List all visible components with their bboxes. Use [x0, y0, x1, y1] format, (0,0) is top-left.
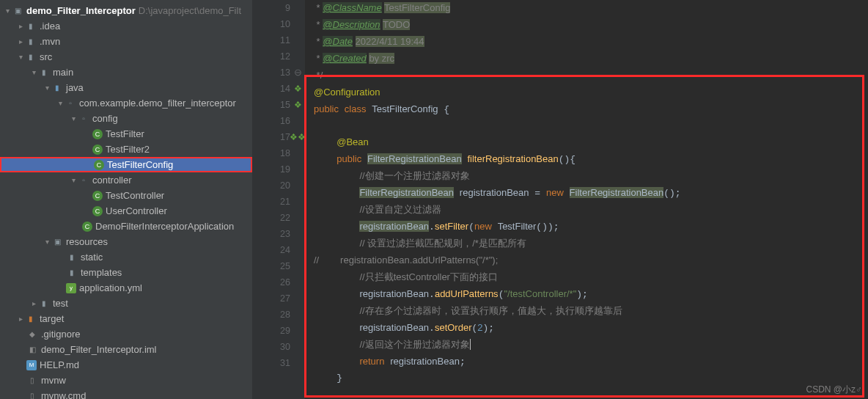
chevron-right-icon: ▸ — [29, 299, 38, 307]
line-number: 10 — [252, 16, 290, 32]
project-tree[interactable]: ▾ ▣ demo_Filter_Interceptor D:\javaproje… — [0, 0, 252, 399]
class-icon: C — [82, 222, 92, 232]
gutter-bean-icon[interactable]: ❖ — [292, 97, 304, 113]
folder-icon: ▮ — [25, 36, 37, 48]
tree-item[interactable]: ▸▮test — [0, 296, 252, 311]
tree-item[interactable]: ▾▮src — [0, 49, 252, 65]
excluded-folder-icon: ▮ — [25, 313, 37, 325]
project-path: D:\javaproject\demo_Filt — [139, 5, 241, 16]
project-icon: ▣ — [12, 5, 23, 17]
class-icon: C — [92, 206, 103, 216]
chevron-down-icon: ▾ — [29, 68, 38, 76]
chevron-down-icon: ▾ — [56, 99, 65, 107]
tree-item[interactable]: ◆.gitignore — [0, 326, 252, 342]
tree-item[interactable]: ▮templates — [0, 265, 252, 280]
file-icon: ▯ — [26, 390, 38, 400]
tree-item[interactable]: ▾▫com.example.demo_filter_interceptor — [0, 95, 252, 111]
fold-icon[interactable]: ⊖ — [292, 65, 304, 81]
gutter-bean-icon[interactable]: ❖❖ — [292, 129, 304, 145]
class-icon: C — [92, 144, 103, 155]
folder-icon: ▮ — [38, 298, 50, 310]
tree-item[interactable]: CDemoFilterInterceptorApplication — [0, 219, 252, 234]
package-icon: ▫ — [78, 113, 89, 125]
line-number: 18 — [252, 145, 290, 161]
tree-item-selected[interactable]: CTestFilterConfig — [0, 157, 252, 172]
line-number: 25 — [252, 258, 290, 274]
line-number: 16 — [252, 113, 290, 129]
line-number: 30 — [252, 339, 290, 355]
class-icon: C — [92, 191, 103, 201]
line-number: 11 — [252, 32, 290, 48]
tree-item[interactable]: ◧demo_Filter_Interceptor.iml — [0, 342, 252, 357]
markdown-file-icon: M — [26, 360, 37, 370]
line-number: 23 — [252, 226, 290, 242]
folder-icon: ▮ — [66, 267, 78, 279]
iml-file-icon: ◧ — [26, 344, 38, 356]
tree-item[interactable]: ▸▮.idea — [0, 18, 252, 34]
source-folder-icon: ▮ — [51, 82, 63, 94]
tree-item[interactable]: yapplication.yml — [0, 280, 252, 296]
chevron-right-icon: ▸ — [16, 22, 25, 30]
code-area[interactable]: * @ClassName TestFilterConfig * @Descrip… — [305, 0, 868, 399]
tree-root[interactable]: ▾ ▣ demo_Filter_Interceptor D:\javaproje… — [0, 3, 252, 18]
package-icon: ▫ — [65, 98, 76, 109]
folder-icon: ▮ — [66, 252, 78, 263]
tree-item[interactable]: CUserController — [0, 203, 252, 219]
file-icon: ▯ — [26, 375, 38, 387]
package-icon: ▫ — [78, 175, 89, 186]
chevron-down-icon: ▾ — [3, 7, 12, 15]
yaml-file-icon: y — [66, 283, 76, 293]
line-number: 22 — [252, 210, 290, 226]
tree-item[interactable]: ▾▮java — [0, 80, 252, 95]
line-number: 15 — [252, 97, 290, 113]
tree-item[interactable]: ▯mvnw — [0, 373, 252, 388]
line-number: 27 — [252, 290, 290, 307]
tree-item[interactable]: MHELP.md — [0, 357, 252, 373]
line-number: 29 — [252, 323, 290, 339]
tree-item[interactable]: ▾▫config — [0, 111, 252, 126]
line-number: 20 — [252, 177, 290, 194]
chevron-right-icon: ▸ — [16, 37, 25, 45]
tree-item[interactable]: CTestController — [0, 188, 252, 203]
line-number: 13 — [252, 65, 290, 81]
tree-item[interactable]: ▾▫controller — [0, 172, 252, 188]
line-number: 28 — [252, 307, 290, 323]
chevron-down-icon: ▾ — [43, 84, 51, 92]
tree-item[interactable]: ▾▮main — [0, 65, 252, 80]
chevron-down-icon: ▾ — [69, 114, 78, 122]
gutter-bean-icon[interactable]: ❖ — [292, 81, 304, 97]
resources-folder-icon: ▣ — [51, 236, 63, 248]
tree-item[interactable]: ▾▣resources — [0, 234, 252, 249]
folder-icon: ▮ — [25, 51, 37, 63]
line-number: 12 — [252, 48, 290, 65]
folder-icon: ▮ — [38, 67, 50, 78]
tree-item[interactable]: ▯mvnw.cmd — [0, 388, 252, 399]
line-number: 21 — [252, 194, 290, 210]
class-icon: C — [92, 129, 103, 139]
folder-icon: ▮ — [25, 21, 37, 32]
code-editor[interactable]: 9 10 11 12 13 14 15 16 17 18 19 20 21 22… — [252, 0, 868, 399]
watermark: CSDN @小z♂ — [806, 384, 862, 396]
project-name: demo_Filter_Interceptor — [26, 5, 136, 16]
chevron-down-icon: ▾ — [16, 53, 25, 61]
tree-item[interactable]: ▮static — [0, 249, 252, 265]
chevron-down-icon: ▾ — [43, 238, 51, 246]
line-number: 26 — [252, 274, 290, 290]
line-number: 19 — [252, 161, 290, 177]
line-number: 24 — [252, 242, 290, 258]
line-number: 31 — [252, 355, 290, 371]
line-number: 14 — [252, 81, 290, 97]
chevron-down-icon: ▾ — [69, 176, 78, 184]
gitignore-file-icon: ◆ — [26, 329, 38, 340]
line-number: 17 — [252, 129, 290, 145]
tree-item[interactable]: CTestFilter — [0, 126, 252, 142]
tree-item[interactable]: CTestFilter2 — [0, 142, 252, 157]
tree-item[interactable]: ▸▮.mvn — [0, 34, 252, 49]
chevron-right-icon: ▸ — [16, 315, 25, 323]
gutter: 9 10 11 12 13 14 15 16 17 18 19 20 21 22… — [252, 0, 305, 399]
class-icon: C — [94, 160, 104, 170]
line-number: 9 — [252, 0, 290, 16]
tree-item[interactable]: ▸▮target — [0, 311, 252, 326]
